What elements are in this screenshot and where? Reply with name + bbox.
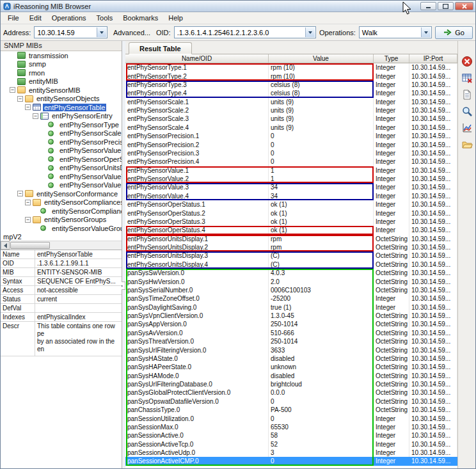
tree-toggle-icon[interactable]: − xyxy=(17,96,23,102)
scroll-left-button[interactable] xyxy=(1,241,10,250)
table-row[interactable]: panSysHAState.0 disabled OctetString 10.… xyxy=(125,354,457,363)
tree-toggle-icon[interactable]: − xyxy=(25,200,31,205)
tree-item[interactable]: − entPhySensorType xyxy=(1,120,122,129)
find-magnifier-icon[interactable] xyxy=(460,105,474,118)
table-row[interactable]: entPhySensorPrecision.4 0 Integer 10.30.… xyxy=(125,157,457,166)
table-row[interactable]: panSysVpnClientVersion.0 1.3.0-45 OctetS… xyxy=(125,312,457,320)
tree-item[interactable]: − entPhySensorValue xyxy=(1,147,122,155)
menu-item[interactable]: File xyxy=(3,13,24,23)
table-row[interactable]: entPhySensorOperStatus.3 ok (1) Integer … xyxy=(125,218,457,226)
oid-combobox[interactable]: .1.3.6.1.4.1.25461.2.1.2.3.6.0 xyxy=(174,26,316,38)
tree-item[interactable]: − entitySensorCompliance xyxy=(1,207,122,216)
tree-item[interactable]: mpV2 xyxy=(1,233,122,241)
table-row[interactable]: panSessionMax.0 65530 Integer 10.30.14.5… xyxy=(125,423,457,431)
table-row[interactable]: panSysDaylightSaving.0 true (1) Integer … xyxy=(125,303,457,312)
menu-item[interactable]: Tools xyxy=(91,13,118,23)
tree-toggle-icon[interactable]: − xyxy=(33,113,38,119)
tree-item[interactable]: − entPhySensorUnitsDisplay xyxy=(1,164,122,173)
chevron-down-icon[interactable] xyxy=(305,28,315,37)
table-row[interactable]: entPhySensorValue.3 34 Integer 10.30.14.… xyxy=(125,183,457,191)
table-row[interactable]: panSysOpswatDatafileVersion.0 0 OctetStr… xyxy=(125,397,457,406)
tree-item[interactable]: − entPhySensorValueTimeStamp xyxy=(1,172,122,181)
tree-item[interactable]: − rmon xyxy=(1,68,122,77)
table-row[interactable]: panSysThreatVersion.0 250-1014 OctetStri… xyxy=(125,337,457,346)
tree-toggle-icon[interactable]: − xyxy=(10,87,15,93)
table-row[interactable]: panSysHAMode.0 disabled OctetString 10.3… xyxy=(125,372,457,380)
table-row[interactable]: panSysGlobalProtectClientVersion.0 0.0.0… xyxy=(125,388,457,397)
minimize-button[interactable] xyxy=(420,2,436,10)
graph-chart-icon[interactable] xyxy=(460,122,474,134)
table-row[interactable]: entPhySensorOperStatus.4 ok (1) Integer … xyxy=(125,226,457,234)
advanced-button[interactable]: Advanced... xyxy=(111,28,153,38)
table-row[interactable]: panSysAppVersion.0 250-1014 OctetString … xyxy=(125,320,457,328)
table-row[interactable]: panSysUrlFilteringDatabase.0 brightcloud… xyxy=(125,380,457,388)
table-row[interactable]: panSessionActiveUdp.0 3 Integer 10.30.14… xyxy=(125,449,457,457)
table-row[interactable]: entPhySensorValue.2 1 Integer 10.30.14.5… xyxy=(125,175,457,183)
tree-horizontal-scrollbar[interactable] xyxy=(1,241,122,250)
table-row[interactable]: panSysAvVersion.0 510-666 OctetString 10… xyxy=(125,329,457,337)
chevron-down-icon[interactable] xyxy=(97,28,106,37)
menu-item[interactable]: Help xyxy=(163,13,188,23)
tree-toggle-icon[interactable]: − xyxy=(25,104,31,110)
table-row[interactable]: entPhySensorType.4 celsius (8) Integer 1… xyxy=(125,89,457,97)
open-folder-icon[interactable] xyxy=(460,138,474,151)
table-row[interactable]: entPhySensorPrecision.3 0 Integer 10.30.… xyxy=(125,149,457,157)
table-row[interactable]: panSysHwVersion.0 2.0 OctetString 10.30.… xyxy=(125,277,457,285)
menu-item[interactable]: Operations xyxy=(47,13,91,23)
title-bar[interactable]: iReasoning MIB Browser xyxy=(1,1,475,12)
table-row[interactable]: entPhySensorType.3 celsius (8) Integer 1… xyxy=(125,81,457,89)
table-row[interactable]: entPhySensorUnitsDisplay.4 (C) OctetStri… xyxy=(125,260,457,269)
tree-item[interactable]: − entitySensorCompliances xyxy=(1,198,122,207)
table-row[interactable]: entPhySensorScale.2 units (9) Integer 10… xyxy=(125,106,457,115)
tree-item[interactable]: − snmp xyxy=(1,60,122,69)
table-row[interactable]: entPhySensorScale.3 units (9) Integer 10… xyxy=(125,115,457,123)
tree-item[interactable]: − entPhySensorEntry xyxy=(1,112,122,121)
chevron-down-icon[interactable] xyxy=(421,28,431,37)
table-row[interactable]: entPhySensorScale.4 units (9) Integer 10… xyxy=(125,123,457,132)
table-row[interactable]: entPhySensorValue.1 1 Integer 10.30.14.5… xyxy=(125,166,457,175)
table-row[interactable]: entPhySensorUnitsDisplay.1 rpm OctetStri… xyxy=(125,235,457,243)
maximize-button[interactable] xyxy=(438,2,454,10)
table-row[interactable]: panSessionActive.0 58 Integer 10.30.14.5… xyxy=(125,431,457,440)
tree-toggle-icon[interactable]: − xyxy=(17,191,23,196)
table-row[interactable]: entPhySensorOperStatus.1 ok (1) Integer … xyxy=(125,200,457,209)
tree-item[interactable]: − entPhySensorPrecision xyxy=(1,138,122,147)
export-table-icon[interactable] xyxy=(460,72,474,84)
tree-item[interactable]: − entitySensorObjects xyxy=(1,95,122,104)
table-row[interactable]: entPhySensorType.1 rpm (10) Integer 10.3… xyxy=(125,63,457,72)
tree-item[interactable]: − entPhySensorTable xyxy=(1,103,122,112)
column-header-value[interactable]: Value xyxy=(269,54,374,63)
table-row[interactable]: panSessionActiveTcp.0 52 Integer 10.30.1… xyxy=(125,440,457,449)
close-button[interactable] xyxy=(455,2,473,10)
menu-item[interactable]: Bookmarks xyxy=(118,13,163,23)
tree-item[interactable]: − entitySensorMIB xyxy=(1,86,122,95)
table-row[interactable]: panSysSerialNumber.0 0006C100103 OctetSt… xyxy=(125,286,457,294)
column-header-name-oid[interactable]: Name/OID xyxy=(125,54,269,63)
tab-result-table[interactable]: Result Table xyxy=(129,42,192,54)
tree-toggle-icon[interactable]: − xyxy=(25,217,31,223)
table-row[interactable]: entPhySensorPrecision.1 0 Integer 10.30.… xyxy=(125,132,457,140)
tree-item[interactable]: − entitySensorConformance xyxy=(1,189,122,198)
table-row[interactable]: panChassisType.0 PA-500 OctetString 10.3… xyxy=(125,406,457,414)
operations-combobox[interactable]: Walk xyxy=(359,26,432,38)
clear-results-icon[interactable] xyxy=(460,55,474,68)
address-combobox[interactable]: 10.30.14.59 xyxy=(34,26,107,38)
column-header-ip-port[interactable]: IP:Port xyxy=(409,54,457,63)
table-row[interactable]: entPhySensorOperStatus.2 ok (1) Integer … xyxy=(125,209,457,217)
table-row[interactable]: panSysHAPeerState.0 unknown OctetString … xyxy=(125,363,457,371)
table-row[interactable]: panSysSwVersion.0 4.0.3 OctetString 10.3… xyxy=(125,269,457,277)
table-row[interactable]: panSessionUtilization.0 0 Integer 10.30.… xyxy=(125,414,457,422)
table-row[interactable]: entPhySensorType.2 rpm (10) Integer 10.3… xyxy=(125,72,457,80)
table-row[interactable]: entPhySensorUnitsDisplay.3 (C) OctetStri… xyxy=(125,251,457,260)
column-header-type[interactable]: Type xyxy=(374,54,409,63)
table-row[interactable]: panSysTimeZoneOffset.0 -25200 Integer 10… xyxy=(125,294,457,303)
tree-item[interactable]: − entityMIB xyxy=(1,77,122,86)
tree-item[interactable]: − entitySensorValueGroup xyxy=(1,224,122,233)
tree-item[interactable]: − entPhySensorScale xyxy=(1,129,122,138)
tree-item[interactable]: − entPhySensorOperStatus xyxy=(1,155,122,164)
table-row[interactable]: entPhySensorScale.1 units (9) Integer 10… xyxy=(125,98,457,106)
table-row[interactable]: entPhySensorValue.4 34 Integer 10.30.14.… xyxy=(125,192,457,200)
copy-document-icon[interactable] xyxy=(460,88,474,101)
table-row[interactable]: panSessionActiveICMP.0 0 Integer 10.30.1… xyxy=(125,457,457,465)
tree-item[interactable]: − transmission xyxy=(1,51,122,60)
